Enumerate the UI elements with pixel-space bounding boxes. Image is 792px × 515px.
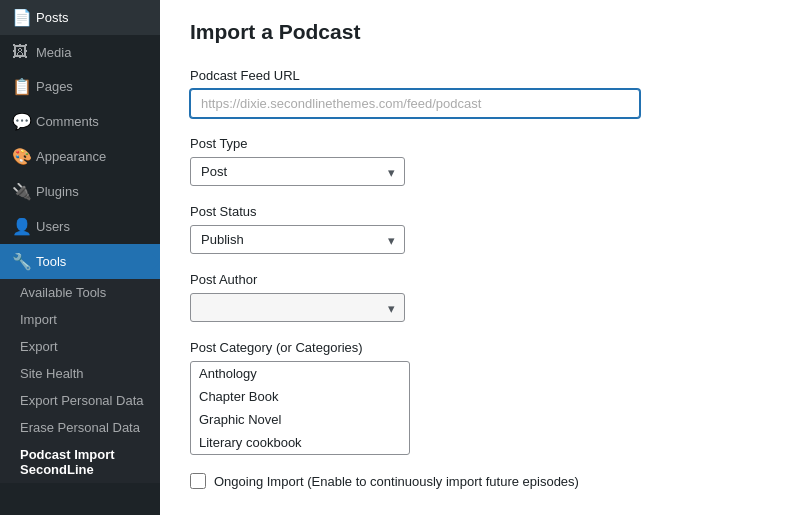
post-type-select-wrapper: PostPage ▾ <box>190 157 405 186</box>
sidebar-item-comments[interactable]: 💬Comments <box>0 104 160 139</box>
post-type-group: Post Type PostPage ▾ <box>190 136 762 186</box>
sidebar-item-pages[interactable]: 📋Pages <box>0 69 160 104</box>
ongoing-import-checkbox[interactable] <box>190 473 206 489</box>
sidebar-item-tools[interactable]: 🔧Tools <box>0 244 160 279</box>
list-item[interactable]: Chapter Book <box>191 385 409 408</box>
sidebar-item-label: Media <box>36 45 71 60</box>
post-author-select[interactable] <box>190 293 405 322</box>
pages-icon: 📋 <box>12 77 28 96</box>
submenu-item-export[interactable]: Export <box>0 333 160 360</box>
appearance-icon: 🎨 <box>12 147 28 166</box>
posts-icon: 📄 <box>12 8 28 27</box>
submenu-item-export-personal-data[interactable]: Export Personal Data <box>0 387 160 414</box>
comments-icon: 💬 <box>12 112 28 131</box>
sidebar-item-users[interactable]: 👤Users <box>0 209 160 244</box>
users-icon: 👤 <box>12 217 28 236</box>
page-title: Import a Podcast <box>190 20 762 44</box>
post-type-label: Post Type <box>190 136 762 151</box>
active-indicator <box>152 254 160 270</box>
sidebar-item-posts[interactable]: 📄Posts <box>0 0 160 35</box>
submenu-item-podcast-import[interactable]: Podcast Import SecondLine <box>0 441 160 483</box>
post-category-group: Post Category (or Categories) AnthologyC… <box>190 340 762 455</box>
main-content: Import a Podcast Podcast Feed URL Post T… <box>160 0 792 515</box>
ongoing-import-row: Ongoing Import (Enable to continuously i… <box>190 473 762 489</box>
ongoing-import-label: Ongoing Import (Enable to continuously i… <box>214 474 579 489</box>
sidebar-item-label: Tools <box>36 254 66 269</box>
list-item[interactable]: Anthology <box>191 362 409 385</box>
tools-submenu: Available ToolsImportExportSite HealthEx… <box>0 279 160 483</box>
submenu-item-available-tools[interactable]: Available Tools <box>0 279 160 306</box>
sidebar-item-label: Appearance <box>36 149 106 164</box>
post-author-group: Post Author ▾ <box>190 272 762 322</box>
plugins-icon: 🔌 <box>12 182 28 201</box>
sidebar-item-label: Posts <box>36 10 69 25</box>
sidebar-item-label: Users <box>36 219 70 234</box>
post-status-group: Post Status PublishDraftPrivate ▾ <box>190 204 762 254</box>
feed-url-label: Podcast Feed URL <box>190 68 762 83</box>
post-status-label: Post Status <box>190 204 762 219</box>
category-listbox: AnthologyChapter BookGraphic NovelLitera… <box>190 361 410 455</box>
list-item[interactable]: Graphic Novel <box>191 408 409 431</box>
post-status-select[interactable]: PublishDraftPrivate <box>190 225 405 254</box>
feed-url-group: Podcast Feed URL <box>190 68 762 118</box>
sidebar-item-media[interactable]: 🖼Media <box>0 35 160 69</box>
tools-icon: 🔧 <box>12 252 28 271</box>
post-status-select-wrapper: PublishDraftPrivate ▾ <box>190 225 405 254</box>
post-type-select[interactable]: PostPage <box>190 157 405 186</box>
list-item[interactable]: Literary cookbook <box>191 431 409 454</box>
submenu-item-site-health[interactable]: Site Health <box>0 360 160 387</box>
post-category-label: Post Category (or Categories) <box>190 340 762 355</box>
sidebar-item-label: Pages <box>36 79 73 94</box>
sidebar-item-appearance[interactable]: 🎨Appearance <box>0 139 160 174</box>
sidebar-item-label: Plugins <box>36 184 79 199</box>
feed-url-input[interactable] <box>190 89 640 118</box>
submenu-item-import[interactable]: Import <box>0 306 160 333</box>
sidebar-item-plugins[interactable]: 🔌Plugins <box>0 174 160 209</box>
sidebar-item-label: Comments <box>36 114 99 129</box>
post-author-label: Post Author <box>190 272 762 287</box>
media-icon: 🖼 <box>12 43 28 61</box>
post-author-select-wrapper: ▾ <box>190 293 405 322</box>
submenu-item-erase-personal-data[interactable]: Erase Personal Data <box>0 414 160 441</box>
sidebar: 📄Posts🖼Media📋Pages💬Comments🎨Appearance🔌P… <box>0 0 160 515</box>
